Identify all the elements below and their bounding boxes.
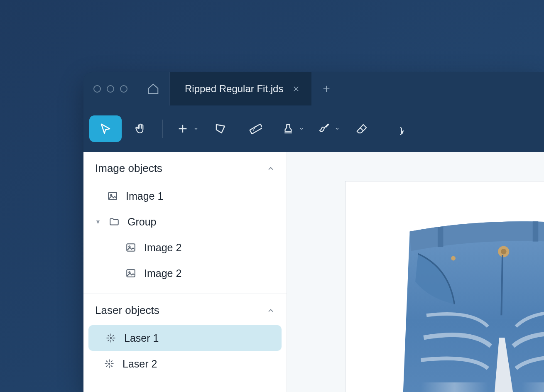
eraser-tool[interactable]: [346, 115, 378, 142]
toolbar-divider: [162, 120, 163, 138]
toolbar: [83, 105, 544, 152]
new-tab-button[interactable]: [311, 72, 341, 105]
panel-title: Image objects: [95, 162, 162, 175]
svg-rect-3: [127, 244, 135, 251]
titlebar: Ripped Regular Fit.jds: [83, 72, 544, 105]
close-window-button[interactable]: [93, 85, 101, 93]
layer-label: Image 2: [144, 267, 181, 279]
folder-icon: [108, 216, 120, 228]
workspace: Image objects Image 1 ▼ Group: [83, 152, 544, 392]
canvas-area[interactable]: Jeans: [287, 152, 544, 392]
image-icon: [125, 242, 137, 253]
document-tab[interactable]: Ripped Regular Fit.jds: [170, 72, 311, 105]
svg-rect-0: [250, 124, 262, 134]
jeans-image: Jeans: [383, 215, 544, 392]
panel-title: Laser objects: [95, 304, 159, 317]
layers-sidebar: Image objects Image 1 ▼ Group: [83, 152, 287, 392]
window-controls: [83, 85, 127, 93]
chevron-down-icon: [194, 126, 198, 131]
polygon-tool[interactable]: [204, 115, 237, 142]
app-window: Ripped Regular Fit.jds: [83, 72, 544, 392]
pan-tool[interactable]: [124, 115, 157, 142]
brush-tool[interactable]: [310, 115, 343, 142]
add-tool[interactable]: [169, 115, 202, 142]
minimize-window-button[interactable]: [107, 85, 114, 93]
close-tab-button[interactable]: [292, 84, 301, 93]
image-icon: [125, 267, 137, 279]
chevron-up-icon: [267, 306, 275, 315]
layer-label: Image 1: [126, 190, 163, 202]
laser-icon: [105, 332, 117, 344]
svg-rect-18: [522, 382, 544, 392]
maximize-window-button[interactable]: [120, 85, 127, 93]
comment-tool[interactable]: [390, 115, 422, 142]
svg-rect-17: [421, 382, 488, 392]
svg-point-12: [501, 249, 506, 254]
svg-rect-1: [108, 192, 117, 199]
layer-group[interactable]: ▼ Group: [83, 209, 287, 235]
svg-rect-5: [127, 270, 135, 277]
svg-rect-16: [533, 221, 538, 241]
toolbar-divider: [384, 120, 384, 138]
laser-icon: [103, 358, 115, 370]
caret-down-icon: ▼: [95, 218, 101, 225]
layer-label: Image 2: [144, 242, 181, 254]
chevron-down-icon: [335, 126, 340, 131]
svg-point-8: [109, 363, 110, 365]
layer-image-2b[interactable]: Image 2: [83, 260, 287, 286]
layer-label: Laser 2: [123, 358, 157, 370]
svg-rect-15: [438, 227, 443, 247]
select-tool[interactable]: [89, 115, 122, 142]
layer-laser-2[interactable]: Laser 2: [83, 351, 287, 377]
chevron-down-icon: [299, 126, 304, 131]
laser-objects-panel-header[interactable]: Laser objects: [83, 294, 287, 325]
stamp-tool[interactable]: [274, 115, 307, 142]
layer-image-2a[interactable]: Image 2: [83, 235, 287, 260]
layer-label: Laser 1: [124, 332, 159, 344]
chevron-up-icon: [267, 164, 275, 173]
image-icon: [107, 190, 118, 202]
artboard[interactable]: Jeans: [345, 181, 544, 392]
svg-point-7: [110, 338, 112, 339]
home-button[interactable]: [137, 72, 170, 105]
layer-image-1[interactable]: Image 1: [83, 183, 287, 209]
ruler-tool[interactable]: [239, 115, 272, 142]
layer-label: Group: [127, 216, 156, 228]
svg-point-13: [451, 256, 456, 261]
document-tab-label: Ripped Regular Fit.jds: [185, 83, 283, 95]
image-objects-panel-header[interactable]: Image objects: [83, 152, 287, 183]
layer-laser-1[interactable]: Laser 1: [88, 325, 282, 351]
